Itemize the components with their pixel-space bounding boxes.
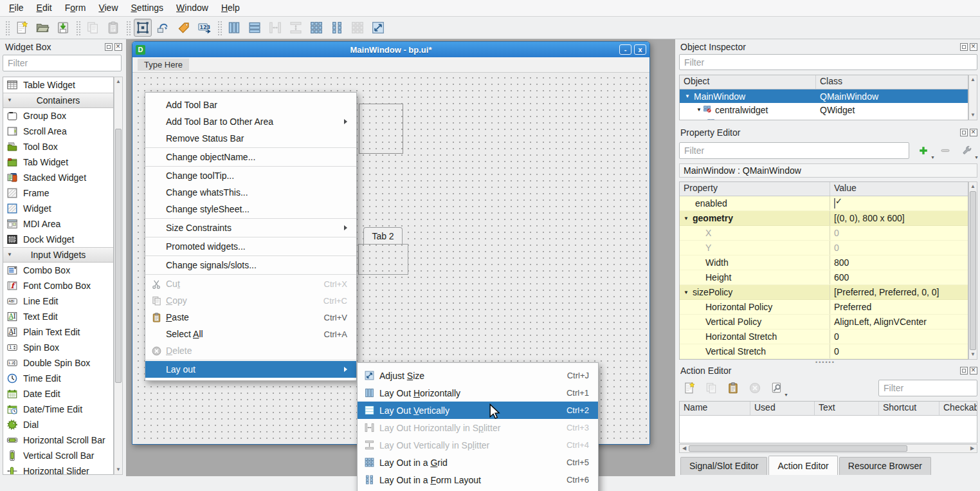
property-row-enabled[interactable]: enabled — [680, 196, 968, 211]
edit-buddies-button[interactable] — [175, 19, 193, 37]
property-row-vertical-policy[interactable]: Vertical PolicyAlignLeft, AlignVCenter — [680, 315, 968, 329]
menu-item-lay-out-vertically[interactable]: Lay Out VerticallyCtrl+2 — [358, 402, 598, 419]
widget-box-item-horizontal-slider[interactable]: Horizontal Slider — [3, 463, 113, 475]
save-form-button[interactable] — [54, 19, 72, 37]
widget-box-item-line-edit[interactable]: ABILine Edit — [3, 293, 113, 309]
object-inspector-scrollbar[interactable]: ▲ ▼ — [968, 75, 977, 120]
menubar-item-view[interactable]: View — [92, 0, 124, 16]
open-form-button[interactable] — [33, 19, 51, 37]
float-icon[interactable] — [960, 43, 968, 51]
float-icon[interactable] — [105, 43, 113, 51]
minimize-icon[interactable]: - — [619, 44, 631, 55]
widget-box-item-group-box[interactable]: Group Box — [3, 108, 113, 124]
menu-item-size-constraints[interactable]: Size Constraints — [145, 219, 356, 236]
toolbar-handle[interactable] — [5, 20, 10, 35]
menu-item-remove-status-bar[interactable]: Remove Status Bar — [145, 130, 356, 147]
widget-box-item-scroll-area[interactable]: Scroll Area — [3, 124, 113, 139]
column-header-object[interactable]: Object — [680, 75, 816, 89]
menu-item-lay-out-in-a-grid[interactable]: Lay Out in a GridCtrl+5 — [358, 454, 598, 471]
property-row-sizepolicy[interactable]: ▼sizePolicy[Preferred, Preferred, 0, 0] — [680, 285, 968, 300]
property-row-horizontal-policy[interactable]: Horizontal PolicyPreferred — [680, 300, 968, 315]
object-row-mainwindow[interactable]: ▼MainWindowQMainWindow — [680, 89, 968, 103]
menu-item-change-signals-slots[interactable]: Change signals/slots... — [145, 257, 356, 273]
menubar-item-settings[interactable]: Settings — [125, 0, 170, 16]
toolbar-handle[interactable] — [125, 20, 131, 35]
adjust-size-button[interactable] — [369, 19, 387, 37]
widget-box-item-date-time-edit[interactable]: Date/Time Edit — [3, 402, 113, 417]
widget-box-item-horizontal-scroll-bar[interactable]: Horizontal Scroll Bar — [3, 432, 113, 448]
widget-box-item-frame[interactable]: Frame — [3, 185, 113, 201]
close-icon[interactable] — [970, 129, 977, 136]
expander-icon[interactable]: ▼ — [682, 290, 690, 295]
menubar-item-file[interactable]: File — [3, 0, 30, 16]
type-here-placeholder[interactable]: Type Here — [138, 59, 189, 71]
widget-box-item-text-edit[interactable]: AIText Edit — [3, 309, 113, 324]
widget-box-item-widget[interactable]: Widget — [3, 201, 113, 216]
tab-widget-body[interactable] — [358, 244, 408, 275]
menu-item-add-tool-bar[interactable]: Add Tool Bar — [145, 97, 356, 113]
float-icon[interactable] — [960, 367, 968, 375]
property-row-height[interactable]: Height600 — [680, 270, 968, 285]
widget-box-item-double-spin-box[interactable]: 1.2Double Spin Box — [3, 355, 113, 371]
column-header-class[interactable]: Class — [816, 75, 968, 89]
object-row-partial[interactable] — [680, 116, 968, 120]
lay-out-in-a-grid-button[interactable] — [307, 19, 325, 37]
widget-box-item-dock-widget[interactable]: Dock Widget — [3, 232, 113, 247]
widget-box-item-dial[interactable]: Dial — [3, 417, 113, 432]
menu-item-lay-out-horizontally[interactable]: Lay Out HorizontallyCtrl+1 — [358, 384, 598, 402]
widget-box-section-containers[interactable]: ▼Containers — [3, 93, 113, 108]
widget-box-filter-input[interactable] — [3, 55, 122, 71]
close-icon[interactable] — [970, 43, 977, 51]
widget-box-item-tab-widget[interactable]: Tab Widget — [3, 154, 113, 170]
configure-property-editor-button[interactable]: ▼ — [958, 142, 976, 160]
expander-icon[interactable]: ▼ — [682, 216, 690, 221]
lay-out-horizontally-button[interactable] — [225, 19, 243, 37]
menu-item-change-tooltip[interactable]: Change toolTip... — [145, 167, 356, 184]
new-action-button[interactable] — [680, 379, 698, 397]
paste-action-button[interactable] — [724, 379, 742, 397]
widget-box-item-stacked-widget[interactable]: Stacked Widget — [3, 170, 113, 185]
widget-box-item-time-edit[interactable]: Time Edit — [3, 371, 113, 386]
close-icon[interactable] — [970, 367, 977, 375]
property-row-y[interactable]: Y0 — [680, 241, 968, 255]
menubar-item-form[interactable]: Form — [59, 0, 93, 16]
menu-item-change-whatsthis[interactable]: Change whatsThis... — [145, 184, 356, 201]
widget-box-section-input-widgets[interactable]: ▼Input Widgets — [3, 247, 113, 263]
enabled-checkbox[interactable] — [834, 198, 835, 208]
menu-item-paste[interactable]: PasteCtrl+V — [145, 309, 356, 326]
widget-box-item-plain-text-edit[interactable]: AIPlain Text Edit — [3, 324, 113, 340]
configure-action-button[interactable]: ▼ — [768, 379, 786, 397]
edit-signals-slots-button[interactable] — [154, 19, 172, 37]
widget-box-item-combo-box[interactable]: Combo Box — [3, 263, 113, 278]
add-dynamic-property-button[interactable]: ▼ — [914, 142, 932, 160]
menu-item-lay-out-in-a-form-layout[interactable]: Lay Out in a Form LayoutCtrl+6 — [358, 471, 598, 488]
widget-box-item-date-edit[interactable]: Date Edit — [3, 386, 113, 402]
menubar-item-window[interactable]: Window — [170, 0, 215, 16]
column-header-checkable[interactable]: Checkable — [939, 402, 977, 415]
menubar-item-edit[interactable]: Edit — [30, 0, 59, 16]
expander-icon[interactable]: ▼ — [695, 107, 703, 113]
property-row-width[interactable]: Width800 — [680, 255, 968, 270]
property-row-x[interactable]: X0 — [680, 226, 968, 241]
property-row-vertical-stretch[interactable]: Vertical Stretch0 — [680, 344, 968, 359]
lay-out-in-a-form-layout-button[interactable] — [328, 19, 346, 37]
new-form-button[interactable] — [13, 19, 31, 37]
remove-dynamic-property-button[interactable] — [936, 142, 954, 160]
action-editor-hscrollbar[interactable]: ◀ ▶ — [679, 444, 977, 453]
menu-item-change-stylesheet[interactable]: Change styleSheet... — [145, 201, 356, 218]
column-header-shortcut[interactable]: Shortcut — [879, 402, 939, 415]
property-row-horizontal-stretch[interactable]: Horizontal Stretch0 — [680, 329, 968, 344]
object-inspector-filter-input[interactable] — [679, 54, 977, 70]
form-window-titlebar[interactable]: D MainWindow - bp.ui* - x — [132, 42, 649, 57]
tab-signal-slot-editor[interactable]: Signal/Slot Editor — [680, 457, 767, 475]
menu-item-promoted-widgets[interactable]: Promoted widgets... — [145, 238, 356, 255]
widget-box-item-tool-box[interactable]: Tool Box — [3, 139, 113, 154]
edit-tab-order-button[interactable]: 123 — [195, 19, 213, 37]
object-row-centralwidget[interactable]: ▼centralwidgetQWidget — [680, 103, 968, 116]
close-icon[interactable]: x — [634, 44, 646, 55]
tab2-tab[interactable]: Tab 2 — [363, 227, 403, 245]
menu-item-select-all[interactable]: Select AllCtrl+A — [145, 326, 356, 342]
column-header-text[interactable]: Text — [815, 402, 879, 415]
menu-item-lay-out[interactable]: Lay out — [145, 361, 356, 378]
column-header-used[interactable]: Used — [750, 402, 815, 415]
